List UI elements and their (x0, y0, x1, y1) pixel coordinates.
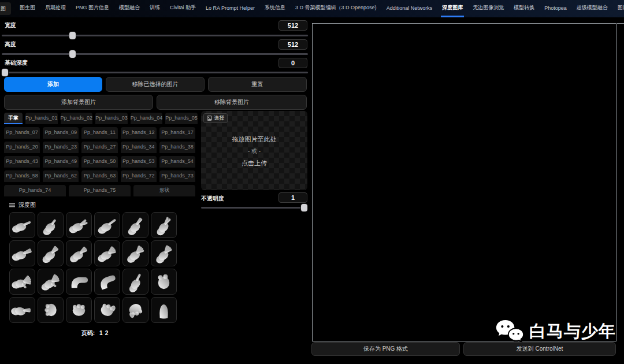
top-tab-bar: 文生图图生图后期处理PNG 图片信息模型融合训练Civitai 助手Lo RA … (0, 0, 624, 17)
tab-8[interactable]: 系统信息 (263, 0, 287, 17)
category-chip-5-2[interactable]: 形状 (133, 185, 195, 196)
list-icon (9, 203, 15, 207)
height-slider[interactable] (2, 53, 308, 55)
hand-depth-thumbnail-13[interactable] (38, 269, 64, 295)
hand-category-tabs: 手掌Pp_hands_01Pp_hands_02Pp_hands_03Pp_ha… (4, 113, 195, 196)
category-chip-1-2[interactable]: Pp_hands_11 (81, 127, 117, 139)
tab-10[interactable]: Additional Networks (385, 0, 434, 17)
remove-selected-button[interactable]: 移除已选择的图片 (106, 77, 205, 92)
hand-depth-thumbnail-20[interactable] (66, 297, 92, 323)
width-slider[interactable] (2, 35, 308, 36)
page-number-2[interactable]: 2 (105, 330, 109, 336)
tab-1[interactable]: 图生图 (18, 0, 36, 17)
tab-5[interactable]: 训练 (148, 0, 161, 17)
tab-4[interactable]: 模型融合 (118, 0, 141, 17)
category-chip-2-4[interactable]: Pp_hands_38 (159, 142, 195, 153)
send-controlnet-button[interactable]: 发送到 ControlNet (463, 342, 616, 356)
category-chip-3-3[interactable]: Pp_hands_53 (121, 156, 157, 168)
hand-depth-thumbnail-5[interactable] (151, 212, 177, 238)
reset-button[interactable]: 重置 (208, 77, 307, 92)
opacity-label: 不透明度 (201, 195, 224, 203)
category-chip-0-4[interactable]: Pp_hands_04 (131, 113, 163, 124)
tab-2[interactable]: 后期处理 (44, 0, 67, 17)
save-png-button[interactable]: 保存为 PNG 格式 (311, 342, 460, 356)
hand-depth-thumbnail-19[interactable] (38, 297, 64, 323)
hand-depth-thumbnail-4[interactable] (122, 212, 148, 238)
watermark-text: 白马与少年 (529, 320, 616, 343)
category-chip-1-3[interactable]: Pp_hands_12 (121, 127, 157, 139)
category-chip-2-1[interactable]: Pp_hands_23 (43, 142, 79, 153)
category-chip-5-0[interactable]: Pp_hands_74 (4, 185, 66, 196)
base-depth-slider[interactable] (2, 72, 308, 73)
category-chip-0-1[interactable]: Pp_hands_01 (25, 113, 58, 124)
hand-depth-thumbnail-11[interactable] (151, 240, 177, 266)
hand-depth-thumbnail-10[interactable] (122, 240, 148, 266)
tab-12[interactable]: 无边图像浏览 (471, 0, 505, 17)
hand-depth-thumbnail-14[interactable] (66, 269, 92, 295)
category-chip-2-3[interactable]: Pp_hands_34 (121, 142, 157, 153)
tab-9[interactable]: 3 D 骨架模型编辑（3 D Openpose) (294, 0, 378, 17)
hand-depth-grid (9, 212, 177, 323)
category-chip-3-4[interactable]: Pp_hands_54 (159, 156, 195, 168)
base-depth-input[interactable]: 0 (278, 58, 307, 68)
hand-depth-thumbnail-17[interactable] (151, 269, 177, 295)
hand-depth-thumbnail-12[interactable] (9, 269, 35, 295)
category-chip-0-0[interactable]: 手掌 (4, 113, 23, 124)
tab-15[interactable]: 超级模型融合 (575, 0, 609, 17)
width-input[interactable]: 512 (278, 20, 307, 31)
category-chip-4-2[interactable]: Pp_hands_63 (81, 170, 117, 182)
category-chip-4-1[interactable]: Pp_hands_62 (43, 170, 79, 182)
image-upload-dropzone[interactable]: 选择 拖放图片至此处 - 或 - 点击上传 (201, 111, 307, 190)
category-chip-3-1[interactable]: Pp_hands_49 (43, 156, 79, 168)
opacity-slider[interactable] (201, 207, 307, 209)
category-chip-2-0[interactable]: Pp_hands_20 (4, 142, 40, 153)
height-input[interactable]: 512 (278, 39, 307, 50)
category-chip-2-2[interactable]: Pp_hands_27 (81, 142, 117, 153)
category-chip-5-1[interactable]: Pp_hands_75 (69, 185, 131, 196)
hand-depth-thumbnail-1[interactable] (38, 212, 64, 238)
category-chip-1-4[interactable]: Pp_hands_17 (159, 127, 195, 139)
category-chip-1-0[interactable]: Pp_hands_07 (4, 127, 40, 139)
opacity-input[interactable]: 1 (278, 192, 307, 203)
hand-depth-thumbnail-22[interactable] (122, 297, 148, 323)
image-icon (207, 116, 212, 121)
tab-16[interactable]: 图库浏览器 (616, 0, 624, 17)
hand-depth-thumbnail-15[interactable] (94, 269, 120, 295)
hand-depth-thumbnail-16[interactable] (122, 269, 148, 295)
hand-depth-thumbnail-3[interactable] (94, 212, 120, 238)
tab-3[interactable]: PNG 图片信息 (75, 0, 110, 17)
category-chip-4-0[interactable]: Pp_hands_58 (4, 170, 40, 182)
category-chip-4-3[interactable]: Pp_hands_72 (121, 170, 157, 182)
category-chip-0-2[interactable]: Pp_hands_02 (61, 113, 93, 124)
category-chip-1-1[interactable]: Pp_hands_09 (43, 127, 79, 139)
select-badge-label: 选择 (214, 114, 224, 122)
category-chip-3-2[interactable]: Pp_hands_50 (81, 156, 117, 168)
remove-background-button[interactable]: 移除背景图片 (157, 95, 307, 110)
tab-6[interactable]: Civitai 助手 (169, 0, 197, 17)
category-chip-0-5[interactable]: Pp_hands_05 (165, 113, 198, 124)
tab-7[interactable]: Lo RA Prompt Helper (205, 0, 256, 17)
hand-depth-thumbnail-18[interactable] (9, 297, 35, 323)
hand-depth-thumbnail-23[interactable] (151, 297, 177, 323)
click-upload-text[interactable]: 点击上传 (201, 159, 307, 168)
add-background-button[interactable]: 添加背景图片 (4, 95, 153, 110)
tab-0[interactable]: 文生图 (0, 2, 11, 15)
select-badge[interactable]: 选择 (203, 113, 228, 123)
category-chip-4-4[interactable]: Pp_hands_73 (159, 170, 195, 182)
hand-depth-thumbnail-21[interactable] (94, 297, 120, 323)
hand-depth-thumbnail-7[interactable] (38, 240, 64, 266)
hand-depth-thumbnail-6[interactable] (9, 240, 35, 266)
tab-13[interactable]: 模型转换 (512, 0, 536, 17)
hand-depth-thumbnail-9[interactable] (94, 240, 120, 266)
category-chip-0-3[interactable]: Pp_hands_03 (95, 113, 128, 124)
category-chip-3-0[interactable]: Pp_hands_43 (4, 156, 40, 168)
tab-14[interactable]: Photopea (543, 0, 568, 17)
hand-depth-thumbnail-0[interactable] (9, 212, 35, 238)
hand-depth-thumbnail-2[interactable] (66, 212, 92, 238)
depth-canvas[interactable] (312, 23, 616, 341)
add-button[interactable]: 添加 (4, 77, 102, 92)
tab-11[interactable]: 深度图库 (441, 0, 464, 17)
page-number-1-current[interactable]: 1 (99, 330, 103, 336)
depth-map-accordion[interactable]: 深度图 (9, 201, 36, 209)
hand-depth-thumbnail-8[interactable] (66, 240, 92, 266)
